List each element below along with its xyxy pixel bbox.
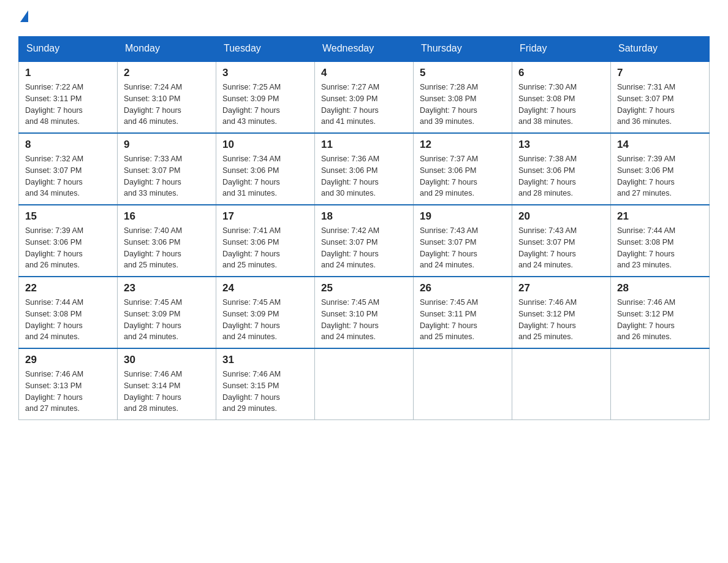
calendar-cell: 2 Sunrise: 7:24 AM Sunset: 3:10 PM Dayli… — [118, 61, 216, 134]
calendar-week-row: 29 Sunrise: 7:46 AM Sunset: 3:13 PM Dayl… — [19, 348, 710, 420]
day-info: Sunrise: 7:38 AM Sunset: 3:06 PM Dayligh… — [518, 153, 604, 199]
weekday-header-tuesday: Tuesday — [216, 37, 315, 61]
day-number: 18 — [321, 210, 407, 223]
day-number: 19 — [420, 210, 506, 223]
day-number: 6 — [518, 67, 604, 79]
day-info: Sunrise: 7:36 AM Sunset: 3:06 PM Dayligh… — [321, 153, 407, 199]
calendar-cell — [315, 348, 414, 420]
calendar-cell: 11 Sunrise: 7:36 AM Sunset: 3:06 PM Dayl… — [315, 133, 414, 205]
day-number: 26 — [420, 282, 506, 294]
calendar-week-row: 22 Sunrise: 7:44 AM Sunset: 3:08 PM Dayl… — [19, 277, 710, 348]
day-number: 10 — [222, 139, 308, 151]
calendar-cell: 17 Sunrise: 7:41 AM Sunset: 3:06 PM Dayl… — [216, 205, 315, 277]
calendar-cell: 18 Sunrise: 7:42 AM Sunset: 3:07 PM Dayl… — [315, 205, 414, 277]
page-header — [18, 12, 710, 24]
day-number: 9 — [124, 139, 210, 151]
day-number: 4 — [321, 67, 407, 79]
day-info: Sunrise: 7:46 AM Sunset: 3:12 PM Dayligh… — [617, 297, 703, 343]
day-info: Sunrise: 7:46 AM Sunset: 3:15 PM Dayligh… — [222, 369, 308, 415]
day-info: Sunrise: 7:30 AM Sunset: 3:08 PM Dayligh… — [518, 82, 604, 128]
logo — [18, 12, 28, 24]
day-info: Sunrise: 7:27 AM Sunset: 3:09 PM Dayligh… — [321, 82, 407, 128]
calendar-cell: 20 Sunrise: 7:43 AM Sunset: 3:07 PM Dayl… — [512, 205, 611, 277]
weekday-header-friday: Friday — [512, 37, 611, 61]
calendar-table: SundayMondayTuesdayWednesdayThursdayFrid… — [18, 36, 710, 420]
day-number: 21 — [617, 210, 703, 223]
calendar-cell: 10 Sunrise: 7:34 AM Sunset: 3:06 PM Dayl… — [216, 133, 315, 205]
weekday-header-sunday: Sunday — [19, 37, 118, 61]
day-info: Sunrise: 7:45 AM Sunset: 3:11 PM Dayligh… — [420, 297, 506, 343]
calendar-cell: 29 Sunrise: 7:46 AM Sunset: 3:13 PM Dayl… — [19, 348, 118, 420]
day-number: 23 — [124, 282, 210, 294]
day-number: 11 — [321, 139, 407, 151]
calendar-week-row: 1 Sunrise: 7:22 AM Sunset: 3:11 PM Dayli… — [19, 61, 710, 134]
day-info: Sunrise: 7:32 AM Sunset: 3:07 PM Dayligh… — [25, 153, 111, 199]
calendar-week-row: 15 Sunrise: 7:39 AM Sunset: 3:06 PM Dayl… — [19, 205, 710, 277]
day-info: Sunrise: 7:45 AM Sunset: 3:10 PM Dayligh… — [321, 297, 407, 343]
day-number: 5 — [420, 67, 506, 79]
day-number: 29 — [25, 354, 111, 366]
day-info: Sunrise: 7:24 AM Sunset: 3:10 PM Dayligh… — [124, 82, 210, 128]
day-info: Sunrise: 7:46 AM Sunset: 3:14 PM Dayligh… — [124, 369, 210, 415]
day-info: Sunrise: 7:45 AM Sunset: 3:09 PM Dayligh… — [124, 297, 210, 343]
calendar-cell: 1 Sunrise: 7:22 AM Sunset: 3:11 PM Dayli… — [19, 61, 118, 134]
day-number: 15 — [25, 210, 111, 223]
weekday-header-wednesday: Wednesday — [315, 37, 414, 61]
day-info: Sunrise: 7:39 AM Sunset: 3:06 PM Dayligh… — [617, 153, 703, 199]
day-info: Sunrise: 7:39 AM Sunset: 3:06 PM Dayligh… — [25, 225, 111, 271]
day-number: 13 — [518, 139, 604, 151]
calendar-cell: 23 Sunrise: 7:45 AM Sunset: 3:09 PM Dayl… — [118, 277, 216, 348]
calendar-week-row: 8 Sunrise: 7:32 AM Sunset: 3:07 PM Dayli… — [19, 133, 710, 205]
calendar-cell: 9 Sunrise: 7:33 AM Sunset: 3:07 PM Dayli… — [118, 133, 216, 205]
day-info: Sunrise: 7:42 AM Sunset: 3:07 PM Dayligh… — [321, 225, 407, 271]
day-number: 24 — [222, 282, 308, 294]
day-info: Sunrise: 7:45 AM Sunset: 3:09 PM Dayligh… — [222, 297, 308, 343]
day-number: 2 — [124, 67, 210, 79]
weekday-header-saturday: Saturday — [611, 37, 710, 61]
calendar-header-row: SundayMondayTuesdayWednesdayThursdayFrid… — [19, 37, 710, 61]
calendar-cell: 5 Sunrise: 7:28 AM Sunset: 3:08 PM Dayli… — [414, 61, 512, 134]
calendar-cell: 19 Sunrise: 7:43 AM Sunset: 3:07 PM Dayl… — [414, 205, 512, 277]
calendar-cell: 30 Sunrise: 7:46 AM Sunset: 3:14 PM Dayl… — [118, 348, 216, 420]
calendar-cell: 22 Sunrise: 7:44 AM Sunset: 3:08 PM Dayl… — [19, 277, 118, 348]
day-info: Sunrise: 7:41 AM Sunset: 3:06 PM Dayligh… — [222, 225, 308, 271]
day-info: Sunrise: 7:34 AM Sunset: 3:06 PM Dayligh… — [222, 153, 308, 199]
calendar-cell: 13 Sunrise: 7:38 AM Sunset: 3:06 PM Dayl… — [512, 133, 611, 205]
calendar-cell: 15 Sunrise: 7:39 AM Sunset: 3:06 PM Dayl… — [19, 205, 118, 277]
day-number: 14 — [617, 139, 703, 151]
calendar-cell: 4 Sunrise: 7:27 AM Sunset: 3:09 PM Dayli… — [315, 61, 414, 134]
calendar-cell: 27 Sunrise: 7:46 AM Sunset: 3:12 PM Dayl… — [512, 277, 611, 348]
day-number: 3 — [222, 67, 308, 79]
day-info: Sunrise: 7:25 AM Sunset: 3:09 PM Dayligh… — [222, 82, 308, 128]
weekday-header-monday: Monday — [118, 37, 216, 61]
calendar-cell: 26 Sunrise: 7:45 AM Sunset: 3:11 PM Dayl… — [414, 277, 512, 348]
day-info: Sunrise: 7:46 AM Sunset: 3:12 PM Dayligh… — [518, 297, 604, 343]
day-number: 31 — [222, 354, 308, 366]
day-info: Sunrise: 7:43 AM Sunset: 3:07 PM Dayligh… — [420, 225, 506, 271]
day-number: 27 — [518, 282, 604, 294]
calendar-cell: 3 Sunrise: 7:25 AM Sunset: 3:09 PM Dayli… — [216, 61, 315, 134]
day-info: Sunrise: 7:31 AM Sunset: 3:07 PM Dayligh… — [617, 82, 703, 128]
day-number: 8 — [25, 139, 111, 151]
day-number: 12 — [420, 139, 506, 151]
day-number: 22 — [25, 282, 111, 294]
day-number: 1 — [25, 67, 111, 79]
calendar-cell: 31 Sunrise: 7:46 AM Sunset: 3:15 PM Dayl… — [216, 348, 315, 420]
day-number: 28 — [617, 282, 703, 294]
weekday-header-thursday: Thursday — [414, 37, 512, 61]
day-info: Sunrise: 7:44 AM Sunset: 3:08 PM Dayligh… — [617, 225, 703, 271]
day-number: 7 — [617, 67, 703, 79]
day-number: 17 — [222, 210, 308, 223]
day-number: 16 — [124, 210, 210, 223]
day-info: Sunrise: 7:37 AM Sunset: 3:06 PM Dayligh… — [420, 153, 506, 199]
calendar-cell — [414, 348, 512, 420]
calendar-cell: 7 Sunrise: 7:31 AM Sunset: 3:07 PM Dayli… — [611, 61, 710, 134]
calendar-cell: 24 Sunrise: 7:45 AM Sunset: 3:09 PM Dayl… — [216, 277, 315, 348]
calendar-cell: 25 Sunrise: 7:45 AM Sunset: 3:10 PM Dayl… — [315, 277, 414, 348]
day-info: Sunrise: 7:22 AM Sunset: 3:11 PM Dayligh… — [25, 82, 111, 128]
calendar-cell: 28 Sunrise: 7:46 AM Sunset: 3:12 PM Dayl… — [611, 277, 710, 348]
logo-triangle-icon — [20, 10, 28, 22]
calendar-cell: 21 Sunrise: 7:44 AM Sunset: 3:08 PM Dayl… — [611, 205, 710, 277]
calendar-cell: 12 Sunrise: 7:37 AM Sunset: 3:06 PM Dayl… — [414, 133, 512, 205]
day-info: Sunrise: 7:40 AM Sunset: 3:06 PM Dayligh… — [124, 225, 210, 271]
